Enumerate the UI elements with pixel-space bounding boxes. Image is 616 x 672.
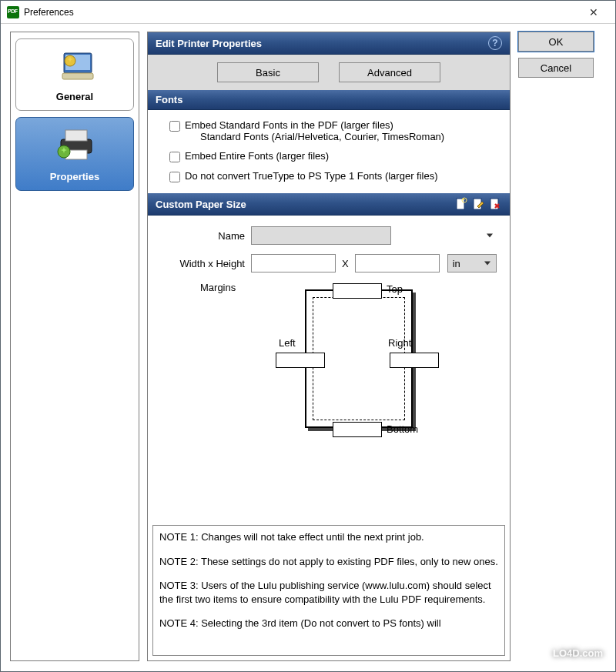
sidebar-item-label: Properties	[21, 171, 129, 182]
margin-top-label: Top	[387, 283, 403, 295]
monitor-icon	[52, 47, 98, 84]
delete-page-icon[interactable]	[488, 197, 502, 211]
fonts-section: Embed Standard Fonts in the PDF (larger …	[148, 110, 510, 193]
sidebar-tab-general[interactable]: General	[15, 38, 134, 111]
dialog-buttons: OK Cancel	[518, 32, 594, 662]
checkbox-label: Do not convert TrueType to PS Type 1 Fon…	[185, 170, 438, 182]
titlebar: Preferences ✕	[1, 1, 615, 24]
note-text: NOTE 4: Selecting the 3rd item (Do not c…	[159, 617, 498, 630]
tab-advanced[interactable]: Advanced	[339, 62, 440, 82]
checkbox-embed-entire[interactable]	[169, 152, 180, 162]
printer-icon	[50, 125, 99, 164]
svg-rect-11	[490, 199, 498, 209]
margin-right-label: Right	[388, 337, 411, 349]
unit-select[interactable]	[447, 254, 497, 272]
mode-tab-bar: Basic Advanced	[148, 55, 510, 90]
client-area: General Properties Edit Printer Properti…	[1, 24, 615, 671]
app-pdf-icon	[7, 6, 19, 18]
paper-section: Name Width x Height X Margins	[148, 216, 510, 459]
sidebar: General Properties	[10, 32, 139, 661]
svg-rect-2	[62, 73, 93, 79]
margin-bottom-input[interactable]	[333, 422, 382, 437]
note-text: NOTE 1: Changes will not take effect unt…	[159, 530, 498, 544]
width-input[interactable]	[251, 254, 336, 272]
paper-name-select[interactable]	[251, 226, 391, 245]
help-icon[interactable]: ?	[488, 36, 502, 50]
edit-page-icon[interactable]	[471, 197, 485, 211]
sidebar-tab-properties[interactable]: Properties	[15, 117, 134, 191]
margin-right-input[interactable]	[390, 353, 439, 368]
window-title: Preferences	[24, 7, 578, 18]
note-text: NOTE 3: Users of the Lulu publishing ser…	[159, 579, 498, 606]
header-paper-size: Custom Paper Size	[148, 193, 510, 216]
checkbox-label: Embed Entire Fonts (larger files)	[185, 150, 329, 162]
notes-textarea[interactable]: NOTE 1: Changes will not take effect unt…	[152, 525, 505, 656]
new-page-icon[interactable]	[454, 197, 468, 211]
section-title: Fonts	[156, 94, 182, 105]
name-label: Name	[159, 230, 251, 242]
main-panel: Edit Printer Properties ? Basic Advanced…	[147, 32, 511, 661]
section-title: Custom Paper Size	[156, 199, 246, 210]
margin-left-label: Left	[279, 337, 296, 349]
header-edit-printer: Edit Printer Properties ?	[148, 32, 510, 55]
height-input[interactable]	[355, 254, 440, 272]
embed-standard-desc: Standard Fonts (Arial/Helvetica, Courier…	[185, 131, 444, 142]
checkbox-embed-standard[interactable]	[169, 121, 180, 132]
margin-top-input[interactable]	[333, 283, 382, 299]
checkbox-no-convert[interactable]	[169, 172, 180, 182]
margin-bottom-label: Bottom	[387, 423, 418, 435]
preferences-window: Preferences ✕ General	[0, 0, 616, 672]
sidebar-item-label: General	[21, 91, 129, 102]
note-text: NOTE 2: These settings do not apply to e…	[159, 555, 498, 569]
margins-diagram: Margins Top Left Right Bottom	[159, 282, 499, 451]
svg-rect-8	[457, 199, 464, 209]
svg-rect-5	[65, 130, 87, 141]
tab-basic[interactable]: Basic	[217, 62, 319, 82]
close-icon[interactable]: ✕	[578, 2, 609, 23]
ok-button[interactable]: OK	[518, 32, 594, 52]
header-title: Edit Printer Properties	[156, 38, 262, 49]
margin-left-input[interactable]	[276, 353, 325, 368]
wh-label: Width x Height	[159, 258, 251, 269]
header-fonts: Fonts	[148, 90, 510, 110]
margins-label: Margins	[200, 282, 236, 293]
cancel-button[interactable]: Cancel	[518, 58, 594, 78]
checkbox-label: Embed Standard Fonts in the PDF (larger …	[185, 119, 393, 131]
x-separator: X	[336, 258, 355, 269]
